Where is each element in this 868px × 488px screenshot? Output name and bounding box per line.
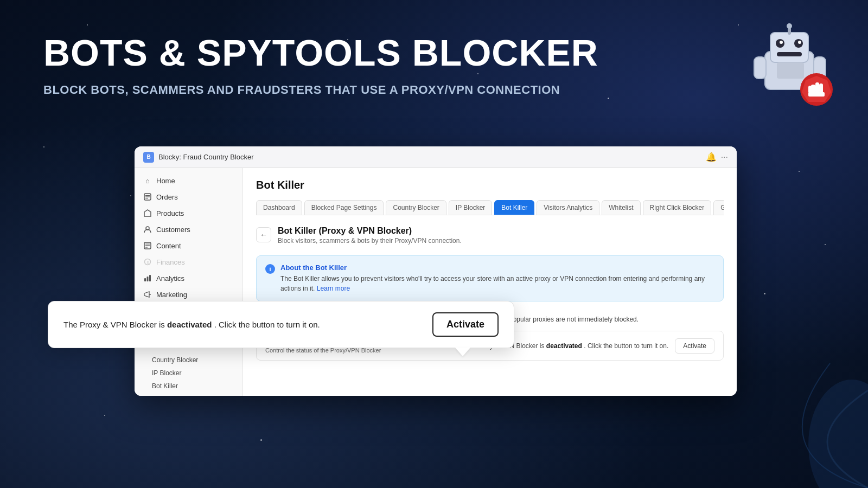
menu-icon[interactable]: ··· [721, 152, 728, 162]
svg-rect-19 [808, 92, 825, 97]
tooltip-text: The Proxy & VPN Blocker is deactivated .… [63, 320, 422, 329]
page-title: Bot Killer [256, 179, 724, 191]
content-icon [143, 241, 152, 250]
tab-blocked-page-settings[interactable]: Blocked Page Settings [304, 200, 384, 215]
activate-tooltip-button[interactable]: Activate [432, 312, 499, 337]
products-icon [143, 209, 152, 217]
tooltip-popup: The Proxy & VPN Blocker is deactivated .… [48, 301, 514, 348]
sidebar-item-finances[interactable]: $ Finances [135, 254, 242, 270]
svg-rect-10 [777, 62, 804, 79]
svg-point-7 [780, 41, 783, 44]
svg-rect-18 [808, 86, 812, 93]
star [738, 24, 739, 25]
bot-killer-title: Bot Killer (Proxy & VPN Blocker) [278, 226, 462, 236]
home-icon: ⌂ [143, 176, 152, 185]
star [825, 244, 826, 245]
svg-point-4 [787, 23, 792, 29]
orders-icon [143, 192, 152, 201]
analytics-icon [143, 274, 152, 282]
svg-rect-9 [777, 52, 802, 56]
notification-icon[interactable]: 🔔 [706, 152, 717, 162]
main-content: Bot Killer Dashboard Blocked Page Settin… [243, 168, 737, 396]
sidebar-label-products: Products [156, 209, 184, 217]
svg-rect-11 [754, 57, 766, 79]
sidebar-item-products[interactable]: Products [135, 205, 242, 221]
activate-inline-button[interactable]: Activate [675, 338, 714, 354]
svg-point-8 [798, 41, 801, 44]
subnav-bot-killer[interactable]: Bot Killer [135, 380, 242, 393]
sidebar-label-analytics: Analytics [156, 274, 184, 282]
tabs-bar: Dashboard Blocked Page Settings Country … [256, 200, 724, 215]
svg-rect-16 [815, 82, 819, 93]
svg-rect-17 [819, 84, 823, 93]
learn-more-link[interactable]: Learn more [317, 285, 350, 292]
bot-killer-subtitle: Block visitors, scammers & bots by their… [278, 237, 462, 245]
sidebar-item-content[interactable]: Content [135, 237, 242, 254]
tab-geolocation-redirector[interactable]: Geolocation Redirector [713, 200, 724, 215]
subnav-label-country-blocker: Country Blocker [152, 356, 198, 364]
info-box-content: About the Bot Killer The Bot Killer allo… [280, 264, 714, 293]
bot-killer-info: Bot Killer (Proxy & VPN Blocker) Block v… [278, 226, 462, 245]
star [764, 293, 765, 294]
sidebar-label-home: Home [156, 177, 175, 185]
star [43, 146, 44, 147]
tab-whitelist[interactable]: Whitelist [602, 200, 640, 215]
svg-rect-31 [144, 278, 146, 281]
svg-text:$: $ [147, 261, 149, 265]
subnav-label-ip-blocker: IP Blocker [152, 369, 181, 377]
sidebar-item-marketing[interactable]: Marketing [135, 286, 242, 303]
svg-rect-2 [770, 33, 808, 62]
marketing-icon [143, 290, 152, 299]
sidebar: ⌂ Home Orders Products Customers [135, 168, 243, 396]
sidebar-label-orders: Orders [156, 193, 178, 201]
tooltip-bold-text: deactivated [167, 320, 212, 329]
tab-dashboard[interactable]: Dashboard [256, 200, 302, 215]
info-box: i About the Bot Killer The Bot Killer al… [256, 255, 724, 301]
info-box-text: The Bot Killer allows you to prevent vis… [280, 274, 714, 293]
hero-title: BOTS & SPYTOOLS BLOCKER [43, 33, 598, 73]
tab-country-blocker[interactable]: Country Blocker [386, 200, 446, 215]
svg-rect-32 [147, 277, 149, 281]
app-icon: B [143, 152, 154, 163]
star [260, 439, 262, 441]
star [608, 98, 609, 99]
back-button[interactable]: ← [256, 227, 271, 242]
browser-body: ⌂ Home Orders Products Customers [135, 168, 737, 396]
svg-point-0 [808, 380, 868, 488]
tab-ip-blocker[interactable]: IP Blocker [449, 200, 492, 215]
sidebar-label-customers: Customers [156, 226, 190, 234]
browser-app-title: Blocky: Fraud Country Blocker [158, 153, 706, 161]
hero-subtitle: BLOCK BOTS, SCAMMERS AND FRAUDSTERS THAT… [43, 82, 598, 99]
browser-window: B Blocky: Fraud Country Blocker 🔔 ··· ⌂ … [135, 146, 737, 396]
star [130, 195, 131, 196]
star [104, 415, 105, 416]
sidebar-item-orders[interactable]: Orders [135, 189, 242, 205]
sidebar-label-marketing: Marketing [156, 291, 187, 299]
sidebar-item-analytics[interactable]: Analytics [135, 270, 242, 286]
subnav-ip-blocker[interactable]: IP Blocker [135, 367, 242, 380]
sidebar-label-finances: Finances [156, 258, 185, 266]
finances-icon: $ [143, 258, 152, 266]
info-icon: i [265, 264, 275, 274]
hero-section: BOTS & SPYTOOLS BLOCKER BLOCK BOTS, SCAM… [43, 33, 598, 99]
subnav-country-blocker[interactable]: Country Blocker [135, 354, 242, 367]
bot-killer-header: ← Bot Killer (Proxy & VPN Blocker) Block… [256, 226, 724, 245]
sidebar-item-home[interactable]: ⌂ Home [135, 172, 242, 189]
star [799, 171, 800, 172]
robot-icon [749, 22, 835, 108]
info-box-title: About the Bot Killer [280, 264, 714, 272]
browser-titlebar: B Blocky: Fraud Country Blocker 🔔 ··· [135, 146, 737, 168]
subnav-label-bot-killer: Bot Killer [152, 382, 178, 390]
star [87, 24, 88, 25]
sidebar-label-content: Content [156, 242, 181, 250]
svg-rect-33 [149, 275, 151, 281]
sidebar-item-customers[interactable]: Customers [135, 221, 242, 237]
tab-right-click-blocker[interactable]: Right Click Blocker [643, 200, 712, 215]
tab-bot-killer[interactable]: Bot Killer [494, 200, 534, 215]
titlebar-icons: 🔔 ··· [706, 152, 728, 162]
tab-visitors-analytics[interactable]: Visitors Analytics [537, 200, 599, 215]
customers-icon [143, 225, 152, 234]
